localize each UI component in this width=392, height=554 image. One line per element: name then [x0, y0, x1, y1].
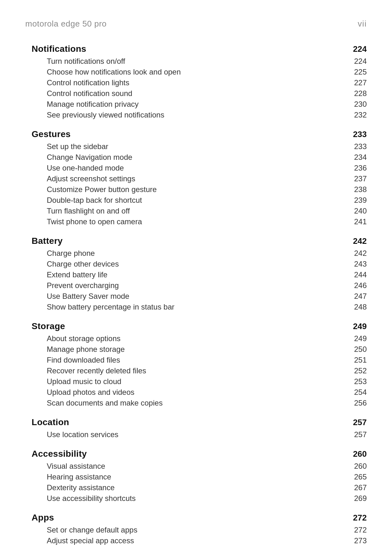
toc-item: Adjust screenshot settings237: [47, 173, 367, 184]
toc-item-page: 254: [354, 388, 367, 397]
toc-item: Use location services257: [47, 429, 367, 440]
toc-item: Control notification lights227: [47, 77, 367, 88]
toc-item: Customize Power button gesture238: [47, 184, 367, 195]
section-title-apps: Apps: [32, 513, 54, 523]
toc-item: Control notification sound228: [47, 88, 367, 99]
section-accessibility: Accessibility260Visual assistance260Hear…: [32, 449, 367, 504]
section-title-battery: Battery: [32, 236, 63, 246]
toc-item: Manage phone storage250: [47, 344, 367, 355]
toc-item: Charge other devices243: [47, 259, 367, 269]
toc-item: See previously viewed notifications232: [47, 110, 367, 120]
toc-item-page: 248: [354, 303, 367, 311]
toc-item-label: Upload music to cloud: [47, 377, 121, 386]
toc-item: About storage options249: [47, 333, 367, 344]
toc-item: Scan documents and make copies256: [47, 398, 367, 408]
toc-item-label: Hearing assistance: [47, 473, 111, 481]
toc-item: Use one-handed mode236: [47, 163, 367, 173]
toc-item: Hearing assistance265: [47, 472, 367, 482]
section-items-apps: Set or change default apps272Adjust spec…: [47, 525, 367, 546]
toc-item: Dexterity assistance267: [47, 482, 367, 493]
toc-item-page: 236: [354, 164, 367, 172]
section-title-gestures: Gestures: [32, 129, 71, 139]
toc-item-label: About storage options: [47, 334, 121, 343]
section-header-accessibility: Accessibility260: [32, 449, 367, 459]
toc-item-page: 242: [354, 249, 367, 258]
toc-item: Turn flashlight on and off240: [47, 206, 367, 216]
toc-item-label: Set or change default apps: [47, 526, 137, 534]
section-battery: Battery242Charge phone242Charge other de…: [32, 236, 367, 312]
toc-item: Twist phone to open camera241: [47, 216, 367, 227]
toc-item-label: Adjust screenshot settings: [47, 174, 135, 183]
section-page-battery: 242: [353, 236, 367, 246]
toc-item-page: 251: [354, 356, 367, 364]
section-header-storage: Storage249: [32, 321, 367, 331]
toc-item-label: Visual assistance: [47, 462, 105, 471]
toc-item: Visual assistance260: [47, 461, 367, 472]
toc-item-label: Extend battery life: [47, 270, 107, 279]
section-page-gestures: 233: [353, 129, 367, 139]
toc-item-page: 253: [354, 377, 367, 386]
toc-item-label: Turn flashlight on and off: [47, 207, 130, 215]
section-title-notifications: Notifications: [32, 44, 86, 54]
section-items-notifications: Turn notifications on/off224Choose how n…: [47, 56, 367, 120]
toc-item: Charge phone242: [47, 248, 367, 259]
toc-item-page: 272: [354, 526, 367, 534]
toc-content: Notifications224Turn notifications on/of…: [32, 44, 367, 546]
toc-item-label: Customize Power button gesture: [47, 185, 157, 194]
toc-item-page: 225: [354, 68, 367, 76]
section-page-apps: 272: [353, 513, 367, 523]
toc-item: Upload photos and videos254: [47, 387, 367, 398]
toc-item-page: 232: [354, 111, 367, 119]
section-items-gestures: Set up the sidebar233Change Navigation m…: [47, 141, 367, 227]
toc-item-label: Double-tap back for shortcut: [47, 196, 142, 205]
toc-item-label: Charge phone: [47, 249, 95, 258]
toc-item-page: 238: [354, 185, 367, 194]
toc-item-label: Prevent overcharging: [47, 281, 119, 290]
section-items-accessibility: Visual assistance260Hearing assistance26…: [47, 461, 367, 504]
toc-item: Set or change default apps272: [47, 525, 367, 535]
toc-item: Recover recently deleted files252: [47, 365, 367, 376]
toc-item-page: 237: [354, 174, 367, 183]
toc-item-label: Charge other devices: [47, 260, 119, 268]
page-header: motorola edge 50 pro vii: [25, 19, 367, 29]
section-location: Location257Use location services257: [32, 417, 367, 440]
toc-item-page: 252: [354, 366, 367, 375]
toc-item-label: Control notification lights: [47, 78, 129, 87]
toc-item-label: Use location services: [47, 430, 118, 439]
toc-item-page: 243: [354, 260, 367, 268]
section-page-location: 257: [353, 418, 367, 427]
toc-item-page: 241: [354, 217, 367, 226]
toc-item-page: 249: [354, 334, 367, 343]
toc-item-page: 224: [354, 57, 367, 66]
toc-item-label: Use accessibility shortcuts: [47, 494, 136, 503]
toc-item-page: 256: [354, 399, 367, 407]
toc-item-page: 239: [354, 196, 367, 205]
toc-item: Extend battery life244: [47, 269, 367, 280]
section-gestures: Gestures233Set up the sidebar233Change N…: [32, 129, 367, 227]
toc-item-label: Use one-handed mode: [47, 164, 124, 172]
toc-item: Adjust special app access273: [47, 535, 367, 546]
toc-item: Use accessibility shortcuts269: [47, 493, 367, 504]
toc-item-page: 227: [354, 78, 367, 87]
toc-item-page: 247: [354, 292, 367, 301]
section-header-notifications: Notifications224: [32, 44, 367, 54]
toc-item-page: 233: [354, 142, 367, 151]
toc-item-label: Find downloaded files: [47, 356, 120, 364]
toc-item-page: 228: [354, 89, 367, 98]
toc-item-page: 267: [354, 483, 367, 492]
section-notifications: Notifications224Turn notifications on/of…: [32, 44, 367, 120]
section-apps: Apps272Set or change default apps272Adju…: [32, 513, 367, 546]
toc-item: Manage notification privacy230: [47, 99, 367, 110]
section-header-battery: Battery242: [32, 236, 367, 246]
toc-item-page: 240: [354, 207, 367, 215]
section-page-accessibility: 260: [353, 449, 367, 459]
toc-item-label: Show battery percentage in status bar: [47, 303, 174, 311]
toc-item-label: Scan documents and make copies: [47, 399, 163, 407]
toc-item: Show battery percentage in status bar248: [47, 302, 367, 312]
device-name: motorola edge 50 pro: [25, 19, 107, 29]
toc-item-label: Adjust special app access: [47, 536, 134, 545]
section-header-location: Location257: [32, 417, 367, 427]
section-items-storage: About storage options249Manage phone sto…: [47, 333, 367, 408]
toc-item-label: Upload photos and videos: [47, 388, 135, 397]
section-page-notifications: 224: [353, 44, 367, 54]
